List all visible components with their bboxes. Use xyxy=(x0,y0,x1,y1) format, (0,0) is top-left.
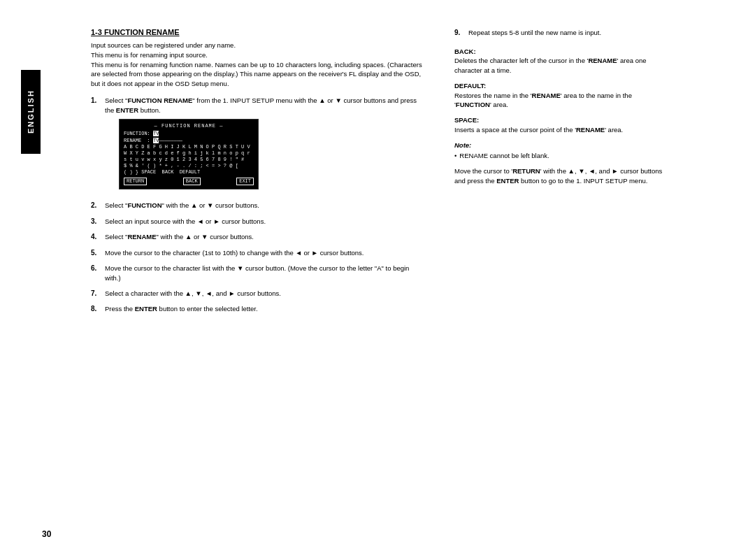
step-2: 2. Select "FUNCTION" with the ▲ or ▼ cur… xyxy=(91,201,426,211)
osd-display: — FUNCTION RENAME — FUNCTION: TV RENAME … xyxy=(119,119,259,189)
move-cursor-section: Move the cursor to 'RETURN' with the ▲, … xyxy=(454,166,664,186)
osd-exit: EXIT xyxy=(236,178,254,185)
osd-rename-row: RENAME : TV———————— xyxy=(124,138,254,144)
steps-list: 1. Select "FUNCTION RENAME" from the 1. … xyxy=(91,96,426,315)
step-9: 9. Repeat steps 5-8 until the new name i… xyxy=(454,28,664,38)
step-5: 5. Move the cursor to the character (1st… xyxy=(91,248,426,259)
step-7: 7. Select a character with the ▲, ▼, ◄, … xyxy=(91,289,426,299)
step-1: 1. Select "FUNCTION RENAME" from the 1. … xyxy=(91,96,426,195)
step-9-text: Repeat steps 5-8 until the new name is i… xyxy=(468,28,601,38)
key-space: SPACE: Inserts a space at the cursor poi… xyxy=(454,115,664,135)
main-content: 1-3 FUNCTION RENAME Input sources can be… xyxy=(91,28,713,320)
intro-text: Input sources can be registered under an… xyxy=(91,41,426,89)
osd-chars-3: s t u v w x y z 0 1 2 3 4 5 6 7 8 9 ! " … xyxy=(124,157,254,163)
osd-chars-5: ( ) } SPACE BACK DEFAULT xyxy=(124,169,254,175)
step-3: 3. Select an input source with the ◄ or … xyxy=(91,217,426,227)
step-4: 4. Select "RENAME" with the ▲ or ▼ curso… xyxy=(91,232,426,243)
page-container: ENGLISH 1-3 FUNCTION RENAME Input source… xyxy=(0,0,755,560)
osd-chars-2: W X Y Z a b c d e f g h i j k l m n o p … xyxy=(124,150,254,157)
note-title: Note: xyxy=(454,141,471,149)
note-bullet: • RENAME cannot be left blank. xyxy=(454,151,664,161)
osd-back: BACK xyxy=(183,178,201,185)
page-number: 30 xyxy=(42,529,51,539)
osd-function-row: FUNCTION: TV xyxy=(124,131,254,137)
osd-bottom-bar: RETURN BACK EXIT xyxy=(124,178,254,185)
osd-title: — FUNCTION RENAME — xyxy=(124,123,254,129)
key-default: DEFAULT: Restores the name in the 'RENAM… xyxy=(454,81,664,110)
english-tab: ENGLISH xyxy=(21,70,41,154)
osd-return: RETURN xyxy=(124,178,147,185)
tab-label: ENGLISH xyxy=(27,90,35,134)
left-column: 1-3 FUNCTION RENAME Input sources can be… xyxy=(91,28,426,320)
step-6: 6. Move the cursor to the character list… xyxy=(91,264,426,283)
osd-chars-1: A B C D E F G H I J K L M N O P Q R S T … xyxy=(124,144,254,150)
step-8: 8. Press the ENTER button to enter the s… xyxy=(91,304,426,315)
right-column: 9. Repeat steps 5-8 until the new name i… xyxy=(454,28,664,320)
section-title: 1-3 FUNCTION RENAME xyxy=(91,28,426,36)
note-section: Note: • RENAME cannot be left blank. xyxy=(454,141,664,161)
key-back: BACK: Deletes the character left of the … xyxy=(454,47,664,76)
osd-chars-4: $ % & ' ( ) * + , - . / : ; < = > ? @ [ xyxy=(124,163,254,169)
